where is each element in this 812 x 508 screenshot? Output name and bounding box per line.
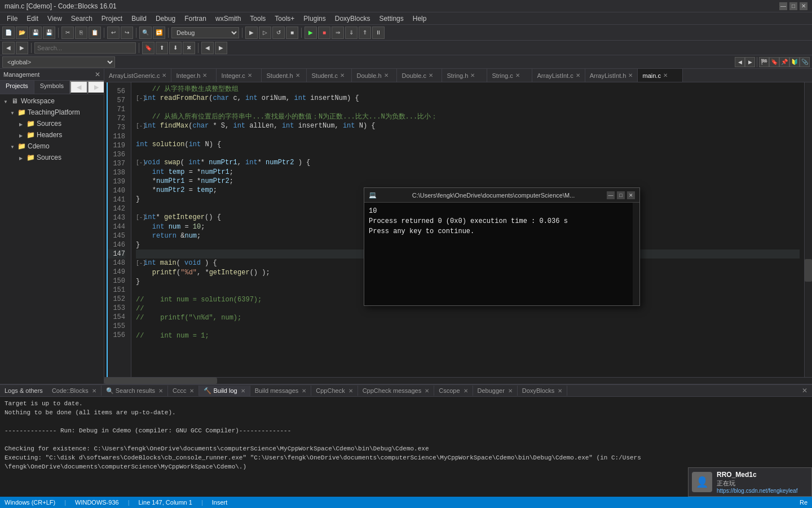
- tb-run[interactable]: ▷: [259, 27, 271, 39]
- bookmark3[interactable]: 📌: [779, 57, 789, 67]
- bookmark4[interactable]: 🔰: [789, 57, 800, 67]
- tb-stepout[interactable]: ⇑: [359, 27, 371, 39]
- menu-edit[interactable]: Edit: [22, 14, 43, 24]
- close-cscope-tab[interactable]: ✕: [464, 388, 468, 394]
- tab-symbols[interactable]: Symbols: [34, 81, 70, 94]
- menu-view[interactable]: View: [43, 14, 67, 24]
- tab-arraylistintc[interactable]: ArrayListInt.c✕: [532, 69, 585, 82]
- close-cppcheckmsg-tab[interactable]: ✕: [425, 388, 429, 394]
- bottom-tab-searchresults[interactable]: 🔍 Search results ✕: [102, 386, 168, 396]
- bookmark2[interactable]: 🔖: [769, 57, 779, 67]
- bottom-tab-codeblocks[interactable]: Code::Blocks ✕: [47, 386, 102, 396]
- tab-integerc[interactable]: Integer.c✕: [217, 69, 262, 82]
- menu-file[interactable]: File: [2, 14, 22, 24]
- tb-find[interactable]: 🔍: [139, 27, 152, 39]
- menu-help[interactable]: Help: [408, 14, 431, 24]
- bottom-tab-cppcheckmsg[interactable]: CppCheck messages ✕: [358, 386, 435, 396]
- nav-forward[interactable]: ▶: [745, 57, 755, 67]
- fold-148[interactable]: [-]: [136, 259, 143, 268]
- tab-close-integerh[interactable]: ✕: [202, 72, 207, 78]
- tab-close-doubleh[interactable]: ✕: [384, 72, 389, 78]
- sidebar-item-sources[interactable]: 📁 Sources: [1, 118, 103, 129]
- sidebar-nav-right[interactable]: ▶: [87, 81, 104, 94]
- bottom-tab-doxyblocks[interactable]: DoxyBlocks ✕: [518, 386, 567, 396]
- tab-stringh[interactable]: String.h✕: [442, 69, 487, 82]
- tb-stop[interactable]: ■: [286, 27, 298, 39]
- tab-close-mainc[interactable]: ✕: [663, 72, 668, 78]
- menu-settings[interactable]: Settings: [374, 14, 408, 24]
- tb-undo[interactable]: ↩: [107, 27, 120, 39]
- bottom-tab-cppcheck[interactable]: CppCheck ✕: [311, 386, 358, 396]
- tab-close-studentc[interactable]: ✕: [340, 72, 345, 78]
- tab-close-studenth[interactable]: ✕: [295, 72, 300, 78]
- close-buildlog-tab[interactable]: ✕: [241, 388, 245, 394]
- close-doxy-tab[interactable]: ✕: [558, 388, 562, 394]
- tb2-prev[interactable]: ◀: [2, 42, 15, 54]
- close-search-tab[interactable]: ✕: [158, 388, 163, 394]
- tb-step[interactable]: ⇓: [345, 27, 358, 39]
- sidebar-nav-left[interactable]: ◀: [70, 81, 87, 94]
- tb-debug-run[interactable]: ▶: [304, 27, 317, 39]
- tb-next[interactable]: ⇒: [332, 27, 344, 39]
- sidebar-item-workspace[interactable]: 🖥 Workspace: [1, 95, 103, 107]
- fold-137[interactable]: [-]: [136, 159, 143, 168]
- bottom-tab-buildlog[interactable]: 🔨 Build log ✕: [199, 386, 250, 396]
- tab-integerh[interactable]: Integer.h✕: [171, 69, 217, 82]
- tb-pause[interactable]: ⏸: [372, 27, 385, 39]
- tb-replace[interactable]: 🔁: [153, 27, 165, 39]
- sidebar-close-icon[interactable]: ✕: [95, 71, 100, 78]
- tb2-bookmark-prev[interactable]: ⬆: [156, 42, 168, 54]
- tb2-next[interactable]: ▶: [16, 42, 28, 54]
- tb-redo[interactable]: ↪: [121, 27, 133, 39]
- menu-tools-plus[interactable]: Tools+: [270, 14, 299, 24]
- close-cccc-tab[interactable]: ✕: [189, 388, 194, 394]
- menu-fortran[interactable]: Fortran: [180, 14, 211, 24]
- nav-back[interactable]: ◀: [735, 57, 745, 67]
- menu-wxsmith[interactable]: wxSmith: [211, 14, 245, 24]
- tab-close-arraylistintc[interactable]: ✕: [576, 72, 580, 78]
- menu-tools[interactable]: Tools: [245, 14, 270, 24]
- menu-build[interactable]: Build: [127, 14, 151, 24]
- tb-debug-stop[interactable]: ■: [318, 27, 330, 39]
- menu-project[interactable]: Project: [97, 14, 127, 24]
- terminal-body[interactable]: 10 Process returned 0 (0x0) execution ti…: [364, 203, 633, 305]
- debug-dropdown[interactable]: Debug Release: [171, 27, 239, 38]
- fold-73[interactable]: [-]: [136, 122, 143, 131]
- fold-143[interactable]: [-]: [136, 213, 143, 222]
- bottom-tab-cccc[interactable]: Cccc ✕: [168, 386, 199, 396]
- close-buildmsg-tab[interactable]: ✕: [302, 388, 306, 394]
- vertical-scrollbar[interactable]: [804, 82, 812, 377]
- global-selector[interactable]: <global>: [2, 56, 115, 68]
- tb-saveall[interactable]: 💾: [43, 27, 55, 39]
- tab-close-integerc[interactable]: ✕: [248, 72, 252, 78]
- fold-57[interactable]: [-]: [136, 94, 143, 103]
- tab-mainc[interactable]: main.c✕: [638, 69, 683, 82]
- menu-plugins[interactable]: Plugins: [299, 14, 330, 24]
- terminal-scrollbar[interactable]: [633, 203, 639, 305]
- tb-save[interactable]: 💾: [29, 27, 42, 39]
- tb2-navf[interactable]: ▶: [215, 42, 227, 54]
- tb-open[interactable]: 📂: [16, 27, 28, 39]
- tab-close-arraylistgeneric[interactable]: ✕: [162, 72, 166, 78]
- tb-rebuild[interactable]: ↺: [272, 27, 285, 39]
- tab-doubleh[interactable]: Double.h✕: [352, 69, 397, 82]
- tb-copy[interactable]: ⎘: [75, 27, 87, 39]
- tab-close-stringh[interactable]: ✕: [470, 72, 475, 78]
- terminal-minimize[interactable]: —: [607, 191, 615, 199]
- tab-close-arraylistinth[interactable]: ✕: [628, 72, 633, 78]
- tb-paste[interactable]: 📋: [89, 27, 101, 39]
- tab-close-stringc[interactable]: ✕: [515, 72, 520, 78]
- sidebar-item-headers[interactable]: 📁 Headers: [1, 129, 103, 141]
- close-cppcheck-tab[interactable]: ✕: [348, 388, 353, 394]
- menu-search[interactable]: Search: [67, 14, 97, 24]
- notification-bubble[interactable]: 👤 RRO_Med1c 正在玩 https://blog.csdn.net/fe…: [688, 467, 812, 497]
- close-button[interactable]: ✕: [800, 2, 807, 10]
- bottom-tab-debugger[interactable]: Debugger ✕: [473, 386, 518, 396]
- tab-close-doublec[interactable]: ✕: [429, 72, 433, 78]
- minimize-button[interactable]: —: [779, 2, 787, 10]
- terminal-maximize[interactable]: □: [617, 191, 625, 199]
- close-codeblocks-tab[interactable]: ✕: [92, 388, 96, 394]
- bottom-tab-buildmessages[interactable]: Build messages ✕: [250, 386, 312, 396]
- close-debugger-tab[interactable]: ✕: [508, 388, 513, 394]
- tab-projects[interactable]: Projects: [0, 81, 34, 94]
